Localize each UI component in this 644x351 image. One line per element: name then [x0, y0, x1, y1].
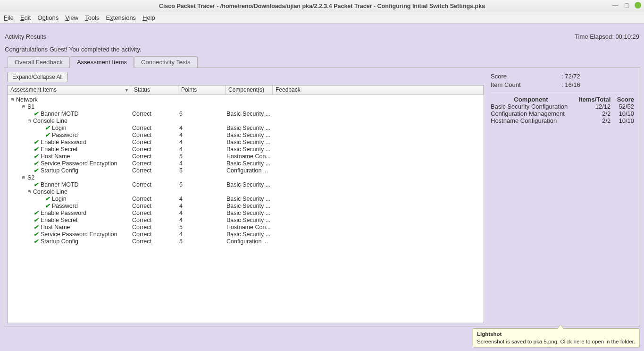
menu-extensions[interactable]: Extensions — [106, 14, 136, 21]
check-icon: ✔ — [32, 238, 40, 245]
tooltip-body: Screenshot is saved to pka 5.png. Click … — [477, 339, 635, 344]
tree-item-label: Password — [51, 132, 78, 138]
check-icon: ✔ — [43, 131, 51, 138]
tree-row[interactable]: ✔PasswordCorrect4Basic Security ... — [9, 131, 482, 138]
tree-row[interactable]: ✔PasswordCorrect4Basic Security ... — [9, 202, 482, 209]
window-controls: — ▢ — [612, 2, 641, 9]
top-info: Activity Results Time Elapsed: 00:10:29 — [5, 33, 639, 40]
tab-overall-feedback[interactable]: Overall Feedback — [8, 56, 70, 68]
tree-item-label: Login — [51, 196, 67, 202]
assessment-panel: Expand/Collapse All Assessment Items ▼ S… — [4, 68, 640, 326]
check-icon: ✔ — [32, 146, 40, 153]
tree-header: Assessment Items ▼ Status Points Compone… — [8, 86, 484, 95]
content-area: Activity Results Time Elapsed: 00:10:29 … — [0, 24, 644, 351]
check-icon: ✔ — [32, 181, 40, 188]
check-icon: ✔ — [43, 124, 51, 131]
tree-item-label: Service Password Encryption — [40, 231, 117, 238]
menu-options[interactable]: Options — [37, 14, 59, 21]
tree-row[interactable]: ⊟Console Line — [9, 188, 482, 195]
tree-row[interactable]: ✔Banner MOTDCorrect6Basic Security ... — [9, 181, 482, 188]
lightshot-tooltip[interactable]: Lightshot Screenshot is saved to pka 5.p… — [473, 328, 639, 347]
check-icon: ✔ — [43, 202, 51, 209]
tree-item-label: Service Password Encryption — [40, 160, 117, 167]
tree-row[interactable]: ✔Service Password EncryptionCorrect4Basi… — [9, 160, 482, 167]
menu-help[interactable]: Help — [142, 14, 155, 21]
tree-row[interactable]: ✔LoginCorrect4Basic Security ... — [9, 195, 482, 202]
tree-row[interactable]: ✔Host NameCorrect5Hostname Con... — [9, 153, 482, 160]
activity-results-label: Activity Results — [5, 33, 46, 40]
menu-edit[interactable]: Edit — [20, 14, 31, 21]
tree-row[interactable]: ⊟Network — [9, 96, 482, 103]
left-column: Expand/Collapse All Assessment Items ▼ S… — [7, 71, 484, 323]
tree-row[interactable]: ✔Startup ConfigCorrect5Configuration ... — [9, 238, 482, 245]
check-icon: ✔ — [32, 231, 40, 238]
summary-row: Configuration Management2/210/10 — [491, 110, 634, 117]
tree-row[interactable]: ✔LoginCorrect4Basic Security ... — [9, 124, 482, 131]
window-titlebar: Cisco Packet Tracer - /home/reno/Downloa… — [0, 0, 644, 12]
tree-row[interactable]: ✔Enable SecretCorrect4Basic Security ... — [9, 216, 482, 223]
tree-item-label: Network — [15, 96, 38, 103]
tree-toggle-icon[interactable]: ⊟ — [26, 189, 32, 194]
col-header-components[interactable]: Component(s) — [226, 86, 273, 94]
tree-item-label: Host Name — [40, 224, 70, 231]
tree-toggle-icon[interactable]: ⊟ — [9, 97, 15, 102]
tooltip-title: Lightshot — [477, 331, 635, 337]
check-icon: ✔ — [32, 138, 40, 146]
summary-row: Hostname Configuration2/210/10 — [491, 117, 634, 124]
tree-row[interactable]: ✔Banner MOTDCorrect6Basic Security ... — [9, 110, 482, 117]
tree-item-label: S2 — [26, 174, 34, 181]
check-icon: ✔ — [32, 160, 40, 167]
check-icon: ✔ — [32, 223, 40, 231]
tree-toggle-icon[interactable]: ⊟ — [21, 104, 26, 109]
tab-assessment-items[interactable]: Assessment Items — [70, 56, 134, 68]
col-header-feedback[interactable]: Feedback — [273, 86, 484, 94]
summary-row: Basic Security Configuration12/1252/52 — [491, 103, 634, 110]
col-header-points[interactable]: Points — [178, 86, 226, 94]
tree-item-label: Password — [51, 203, 78, 209]
tab-connectivity-tests[interactable]: Connectivity Tests — [134, 56, 198, 68]
tree-item-label: Enable Password — [40, 139, 86, 146]
tree-toggle-icon[interactable]: ⊟ — [26, 118, 32, 123]
tree-row[interactable]: ⊟S1 — [9, 103, 482, 110]
tree-item-label: Startup Config — [40, 167, 78, 174]
tree-row[interactable]: ✔Startup ConfigCorrect5Configuration ... — [9, 167, 482, 174]
tree-item-label: S1 — [26, 103, 34, 110]
tree-item-label: Enable Secret — [40, 146, 78, 153]
assessment-tree: Assessment Items ▼ Status Points Compone… — [7, 85, 484, 323]
menu-view[interactable]: View — [65, 14, 78, 21]
check-icon: ✔ — [32, 209, 40, 216]
tab-bar: Overall Feedback Assessment Items Connec… — [4, 56, 640, 68]
tree-row[interactable]: ✔Service Password EncryptionCorrect4Basi… — [9, 231, 482, 238]
score-row: Score : 72/72 — [491, 73, 634, 81]
menu-tools[interactable]: Tools — [85, 14, 99, 21]
col-header-assessment[interactable]: Assessment Items ▼ — [8, 86, 131, 94]
check-icon: ✔ — [32, 110, 40, 117]
tree-row[interactable]: ✔Enable PasswordCorrect4Basic Security .… — [9, 138, 482, 146]
congrats-message: Congratulations Guest! You completed the… — [5, 46, 639, 53]
summary-header: Component Items/Total Score — [491, 96, 634, 103]
check-icon: ✔ — [32, 216, 40, 223]
tree-item-label: Banner MOTD — [40, 111, 79, 117]
tree-row[interactable]: ✔Host NameCorrect5Hostname Con... — [9, 223, 482, 231]
tree-item-label: Console Line — [32, 188, 67, 195]
menu-file[interactable]: File — [4, 14, 14, 21]
expand-collapse-button[interactable]: Expand/Collapse All — [7, 72, 68, 82]
tree-item-label: Enable Password — [40, 210, 86, 216]
tree-item-label: Banner MOTD — [40, 181, 79, 188]
divider — [491, 92, 634, 92]
tree-row[interactable]: ⊟S2 — [9, 174, 482, 181]
maximize-button[interactable]: ▢ — [623, 2, 630, 9]
tree-row[interactable]: ⊟Console Line — [9, 117, 482, 124]
dropdown-icon: ▼ — [125, 88, 129, 93]
minimize-button[interactable]: — — [612, 2, 619, 9]
tree-row[interactable]: ✔Enable SecretCorrect4Basic Security ... — [9, 146, 482, 153]
check-icon: ✔ — [43, 195, 51, 202]
menu-bar: File Edit Options View Tools Extensions … — [0, 12, 644, 24]
tree-item-label: Startup Config — [40, 238, 78, 245]
window-title: Cisco Packet Tracer - /home/reno/Downloa… — [0, 3, 644, 9]
close-button[interactable] — [635, 2, 641, 9]
col-header-status[interactable]: Status — [131, 86, 178, 94]
tree-row[interactable]: ✔Enable PasswordCorrect4Basic Security .… — [9, 209, 482, 216]
tree-toggle-icon[interactable]: ⊟ — [21, 175, 26, 180]
tree-item-label: Console Line — [32, 118, 67, 124]
